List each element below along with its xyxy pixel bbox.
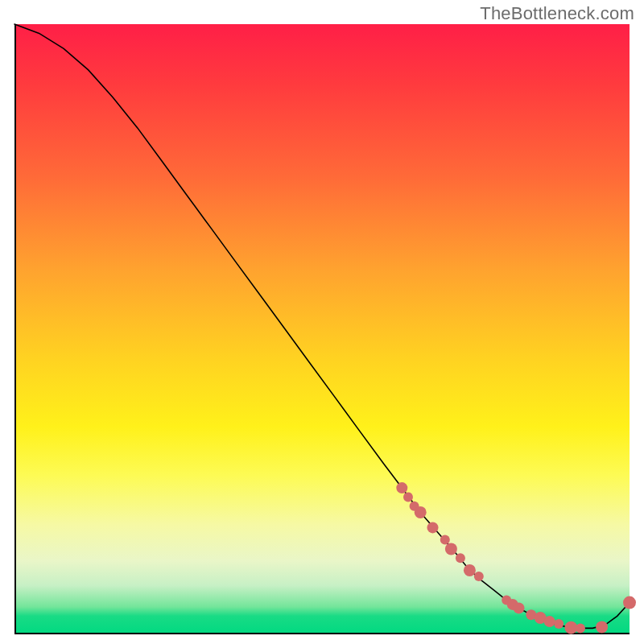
highlight-marker [596,621,608,633]
highlight-marker [623,597,636,609]
highlight-marker [464,564,476,576]
highlight-marker [514,602,525,613]
highlight-marker [403,493,413,502]
watermark-text: TheBottleneck.com [480,3,634,24]
highlight-marker [456,553,465,563]
highlight-marker [396,482,407,493]
chart-svg-layer [14,24,630,634]
chart-plot-area [14,24,630,634]
highlight-marker [544,616,555,627]
highlight-marker [445,543,457,555]
highlight-marker [554,619,564,629]
highlight-marker [427,522,439,533]
highlight-marker [576,623,585,633]
highlight-marker [415,506,427,518]
highlight-marker [440,535,450,545]
highlight-markers [396,482,636,634]
bottleneck-curve-line [14,24,630,628]
highlight-marker [474,572,484,581]
